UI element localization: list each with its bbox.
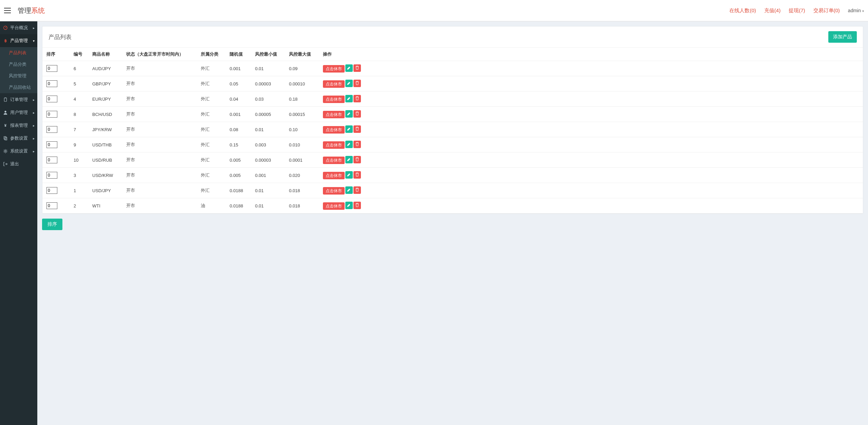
pencil-icon bbox=[347, 187, 351, 193]
menu-toggle-button[interactable] bbox=[4, 6, 14, 15]
header-link-online[interactable]: 在线人数(0) bbox=[729, 7, 756, 14]
sub-item[interactable]: 风控管理 bbox=[0, 70, 37, 82]
edit-button[interactable] bbox=[345, 202, 353, 209]
sub-item[interactable]: 产品分类 bbox=[0, 59, 37, 70]
cell-actions: 点击休市 bbox=[319, 122, 863, 137]
cell-actions: 点击休市 bbox=[319, 137, 863, 153]
user-dropdown[interactable]: admin▾ bbox=[848, 8, 864, 13]
delete-button[interactable] bbox=[353, 156, 361, 163]
edit-button[interactable] bbox=[345, 156, 353, 163]
sort-input[interactable] bbox=[46, 172, 57, 179]
edit-button[interactable] bbox=[345, 95, 353, 102]
toggle-market-button[interactable]: 点击休市 bbox=[323, 187, 345, 195]
sort-input[interactable] bbox=[46, 126, 57, 133]
chevron-right-icon: ▸ bbox=[33, 137, 35, 140]
sort-input[interactable] bbox=[46, 65, 57, 72]
sort-input[interactable] bbox=[46, 111, 57, 118]
delete-button[interactable] bbox=[353, 171, 361, 179]
delete-button[interactable] bbox=[353, 125, 361, 133]
sort-input[interactable] bbox=[46, 157, 57, 163]
header-link-withdraw[interactable]: 提现(7) bbox=[789, 7, 805, 14]
pencil-icon bbox=[347, 172, 351, 178]
edit-button[interactable] bbox=[345, 125, 353, 133]
edit-button[interactable] bbox=[345, 80, 353, 87]
chevron-right-icon: ▸ bbox=[33, 149, 35, 153]
sort-input[interactable] bbox=[46, 202, 57, 209]
svg-point-8 bbox=[5, 150, 6, 152]
nav-label: 报表管理 bbox=[10, 122, 28, 128]
sort-button[interactable]: 排序 bbox=[42, 219, 62, 230]
toggle-market-button[interactable]: 点击休市 bbox=[323, 202, 345, 210]
nav-item-bitcoin[interactable]: ฿产品管理▾ bbox=[0, 34, 37, 47]
nav-item-logout[interactable]: 退出 bbox=[0, 158, 37, 170]
cell-max: 0.00010 bbox=[285, 76, 319, 92]
cell-actions: 点击休市 bbox=[319, 107, 863, 122]
cell-random: 0.0188 bbox=[226, 183, 251, 198]
clipboard-icon bbox=[3, 97, 8, 102]
sort-input[interactable] bbox=[46, 80, 57, 87]
toggle-market-button[interactable]: 点击休市 bbox=[323, 157, 345, 164]
toggle-market-button[interactable]: 点击休市 bbox=[323, 80, 345, 88]
delete-button[interactable] bbox=[353, 64, 361, 72]
trash-icon bbox=[355, 111, 360, 117]
cell-actions: 点击休市 bbox=[319, 168, 863, 183]
sort-input[interactable] bbox=[46, 96, 57, 102]
edit-button[interactable] bbox=[345, 110, 353, 118]
cell-random: 0.15 bbox=[226, 137, 251, 153]
header-link-recharge[interactable]: 充值(4) bbox=[764, 7, 780, 14]
sort-input[interactable] bbox=[46, 141, 57, 148]
toggle-market-button[interactable]: 点击休市 bbox=[323, 141, 345, 149]
edit-button[interactable] bbox=[345, 141, 353, 148]
cell-id: 10 bbox=[70, 153, 88, 168]
cell-random: 0.08 bbox=[226, 122, 251, 137]
sub-item[interactable]: 产品回收站 bbox=[0, 82, 37, 93]
header-link-orders[interactable]: 交易订单(0) bbox=[813, 7, 840, 14]
chevron-right-icon: ▸ bbox=[33, 124, 35, 127]
cell-min: 0.00005 bbox=[251, 107, 285, 122]
nav-item-user[interactable]: 用户管理▸ bbox=[0, 106, 37, 119]
cell-min: 0.01 bbox=[251, 122, 285, 137]
table-row: 5GBP/JPY开市外汇0.050.000030.00010点击休市 bbox=[42, 76, 863, 92]
delete-button[interactable] bbox=[353, 95, 361, 102]
cell-status: 开市 bbox=[122, 76, 197, 92]
column-header: 商品名称 bbox=[88, 48, 122, 61]
toggle-market-button[interactable]: 点击休市 bbox=[323, 172, 345, 179]
nav-item-copy[interactable]: 参数设置▸ bbox=[0, 132, 37, 145]
trash-icon bbox=[355, 203, 360, 208]
delete-button[interactable] bbox=[353, 202, 361, 209]
delete-button[interactable] bbox=[353, 80, 361, 87]
nav-item-gear[interactable]: 系统设置▸ bbox=[0, 145, 37, 158]
sub-item[interactable]: 产品列表 bbox=[0, 47, 37, 59]
add-product-button[interactable]: 添加产品 bbox=[828, 31, 857, 43]
cell-id: 1 bbox=[70, 183, 88, 198]
nav-item-clipboard[interactable]: 订单管理▸ bbox=[0, 93, 37, 106]
trash-icon bbox=[355, 126, 360, 132]
delete-button[interactable] bbox=[353, 141, 361, 148]
edit-button[interactable] bbox=[345, 64, 353, 72]
cell-min: 0.01 bbox=[251, 198, 285, 214]
cell-name: EUR/JPY bbox=[88, 92, 122, 107]
column-header: 排序 bbox=[42, 48, 70, 61]
edit-button[interactable] bbox=[345, 186, 353, 194]
delete-button[interactable] bbox=[353, 186, 361, 194]
delete-button[interactable] bbox=[353, 110, 361, 118]
toggle-market-button[interactable]: 点击休市 bbox=[323, 126, 345, 134]
toggle-market-button[interactable]: 点击休市 bbox=[323, 96, 345, 103]
cell-status: 开市 bbox=[122, 153, 197, 168]
chevron-right-icon: ▸ bbox=[33, 98, 35, 102]
toggle-market-button[interactable]: 点击休市 bbox=[323, 65, 345, 73]
cell-name: USD/RUB bbox=[88, 153, 122, 168]
sort-input[interactable] bbox=[46, 187, 57, 194]
cell-status: 开市 bbox=[122, 92, 197, 107]
cell-id: 8 bbox=[70, 107, 88, 122]
nav-item-dashboard[interactable]: 平台概况▸ bbox=[0, 21, 37, 34]
edit-button[interactable] bbox=[345, 171, 353, 179]
chevron-right-icon: ▸ bbox=[33, 26, 35, 30]
cell-name: AUD/JPY bbox=[88, 61, 122, 76]
panel-product-list: 产品列表 添加产品 排序编号商品名称状态（大盘正常开市时间内）所属分类随机值风控… bbox=[42, 26, 863, 214]
pencil-icon bbox=[347, 142, 351, 147]
nav-item-yen[interactable]: ¥报表管理▸ bbox=[0, 119, 37, 132]
cell-category: 外汇 bbox=[197, 168, 226, 183]
toggle-market-button[interactable]: 点击休市 bbox=[323, 111, 345, 118]
column-header: 随机值 bbox=[226, 48, 251, 61]
